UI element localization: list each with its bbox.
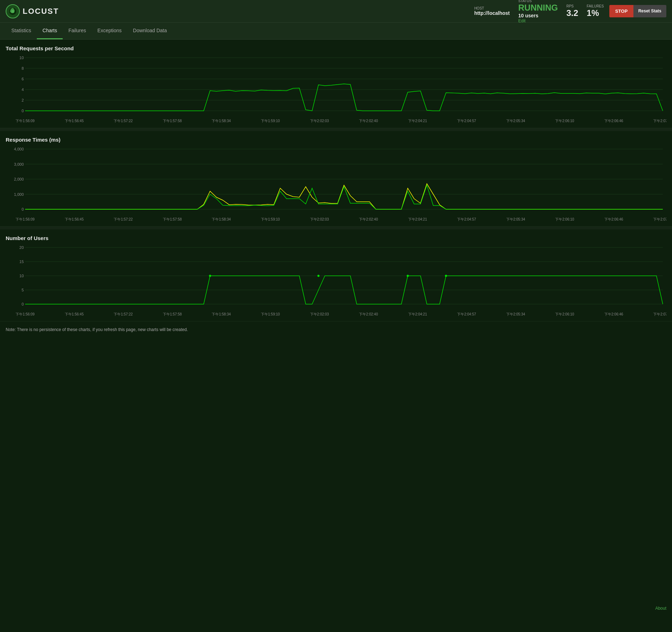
navigation: Statistics Charts Failures Exceptions Do…: [0, 23, 672, 40]
logo-icon: [6, 4, 20, 18]
edit-link[interactable]: Edit: [518, 18, 558, 23]
svg-point-2: [11, 10, 14, 13]
rps-chart-section: Total Requests per Second: [0, 40, 672, 128]
content: Total Requests per Second Response Times…: [0, 40, 672, 321]
failures-value: 1%: [587, 8, 604, 18]
divider-2: [0, 227, 672, 229]
nav-statistics[interactable]: Statistics: [6, 23, 37, 39]
failures-stat: FAILURES 1%: [587, 4, 604, 18]
rps-canvas: [6, 54, 666, 125]
nav-exceptions[interactable]: Exceptions: [92, 23, 127, 39]
nav-failures[interactable]: Failures: [63, 23, 92, 39]
rt-canvas: [6, 146, 666, 223]
host-stat: HOST http://localhost: [474, 6, 509, 16]
header: LOCUST HOST http://localhost STATUS RUNN…: [0, 0, 672, 23]
host-value: http://localhost: [474, 10, 509, 16]
rps-chart-title: Total Requests per Second: [6, 45, 666, 51]
rps-value: 3.2: [566, 8, 578, 18]
logo-text: LOCUST: [23, 7, 59, 16]
nav-charts[interactable]: Charts: [37, 23, 63, 39]
rps-label: RPS: [566, 4, 578, 8]
rps-chart-container: [6, 54, 666, 125]
logo-area: LOCUST: [6, 4, 59, 18]
users-canvas: [6, 244, 666, 318]
host-label: HOST: [474, 6, 509, 10]
response-times-chart-section: Response Times (ms): [0, 131, 672, 227]
footer-note: Note: There is no persistence of these c…: [0, 321, 672, 338]
status-label: STATUS: [518, 0, 558, 3]
failures-label: FAILURES: [587, 4, 604, 8]
response-times-chart-title: Response Times (ms): [6, 137, 666, 143]
rps-stat: RPS 3.2: [566, 4, 578, 18]
users-chart-section: Number of Users: [0, 229, 672, 321]
status-stat: STATUS RUNNING 10 users Edit: [518, 0, 558, 23]
divider-1: [0, 128, 672, 131]
nav-download-data[interactable]: Download Data: [127, 23, 173, 39]
status-value: RUNNING: [518, 3, 558, 13]
header-stats: HOST http://localhost STATUS RUNNING 10 …: [474, 0, 604, 23]
users-chart-title: Number of Users: [6, 235, 666, 241]
users-value: 10 users: [518, 13, 558, 18]
response-times-chart-container: [6, 146, 666, 223]
users-chart-container: [6, 244, 666, 318]
stop-button[interactable]: STOP: [609, 5, 633, 18]
reset-stats-button[interactable]: Reset Stats: [633, 5, 666, 18]
action-buttons: STOP Reset Stats: [609, 5, 666, 18]
